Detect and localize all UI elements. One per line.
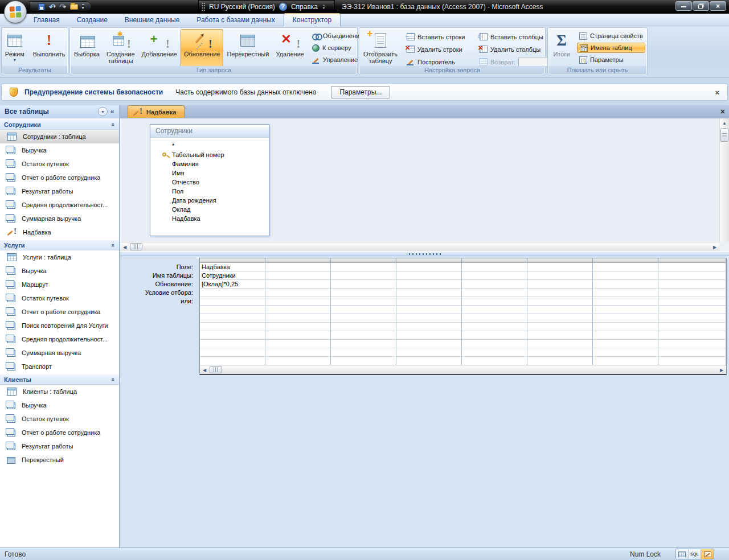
- field-list-item[interactable]: Пол: [150, 187, 269, 196]
- grid-cell[interactable]: [593, 280, 658, 289]
- grid-cell[interactable]: [331, 280, 396, 289]
- ribbon-tab[interactable]: Внешние данные: [116, 14, 189, 26]
- collapse-group-icon[interactable]: «: [110, 377, 117, 381]
- grid-cell[interactable]: [658, 323, 726, 331]
- grid-hscroll-thumb[interactable]: [210, 366, 222, 373]
- grid-cell[interactable]: [200, 323, 265, 331]
- nav-group-header[interactable]: Клиенты«: [0, 374, 119, 385]
- save-icon[interactable]: [38, 3, 45, 10]
- grid-cell[interactable]: [331, 297, 396, 306]
- redo-icon[interactable]: ↷▾: [59, 3, 65, 10]
- grid-cell[interactable]: [396, 280, 462, 289]
- help-label[interactable]: Справка: [291, 3, 318, 11]
- run-button[interactable]: ! Выполнить: [30, 29, 68, 68]
- grid-column-header[interactable]: [331, 258, 396, 263]
- grid-cell[interactable]: [527, 348, 593, 357]
- grid-cell[interactable]: [331, 289, 396, 297]
- collapse-group-icon[interactable]: «: [110, 243, 117, 246]
- grid-cell[interactable]: [527, 331, 593, 340]
- nav-group-header[interactable]: Сотрудники«: [0, 119, 119, 130]
- grid-cell[interactable]: [331, 331, 396, 340]
- grid-cell[interactable]: [593, 323, 658, 331]
- field-list-title[interactable]: Сотрудники: [150, 125, 269, 138]
- grid-cell[interactable]: [527, 280, 593, 289]
- nav-item[interactable]: Отчет о работе сотрудника: [0, 426, 119, 439]
- ribbon-tab[interactable]: Работа с базами данных: [188, 14, 283, 26]
- restore-button[interactable]: [693, 1, 709, 11]
- grid-cell[interactable]: [593, 348, 658, 357]
- grid-cell[interactable]: [200, 357, 265, 365]
- query-diagram-pane[interactable]: Сотрудники *Табельный номерФамилияИмяОтч…: [120, 118, 719, 242]
- grid-cell[interactable]: [527, 323, 593, 331]
- grid-cell[interactable]: [658, 340, 726, 348]
- design-view-button[interactable]: [701, 549, 714, 559]
- nav-item[interactable]: Выручка: [0, 143, 119, 157]
- scroll-up-icon[interactable]: ▲: [720, 118, 729, 127]
- nav-group-header[interactable]: Услуги«: [0, 240, 119, 250]
- grid-cell[interactable]: [396, 297, 462, 306]
- parameters-button[interactable]: [?] Параметры: [577, 55, 645, 65]
- field-list-window[interactable]: Сотрудники *Табельный номерФамилияИмяОтч…: [150, 124, 269, 236]
- grid-cell[interactable]: [527, 357, 593, 365]
- ribbon-tab[interactable]: Создание: [68, 14, 116, 26]
- grid-cell[interactable]: [527, 314, 593, 323]
- grid-cell[interactable]: [593, 314, 658, 323]
- nav-item[interactable]: Средняя продолжительност...: [0, 198, 119, 212]
- grid-cell[interactable]: [396, 289, 462, 297]
- field-list-item[interactable]: Фамилия: [150, 159, 269, 168]
- grid-column-header[interactable]: [200, 258, 265, 263]
- field-list-item[interactable]: *: [150, 141, 269, 150]
- grid-cell[interactable]: [658, 280, 726, 289]
- grid-cell[interactable]: [593, 297, 658, 306]
- grid-column-header[interactable]: [462, 258, 527, 263]
- pane-splitter[interactable]: [120, 251, 729, 256]
- document-tab[interactable]: Надбавка: [128, 105, 185, 118]
- grid-cell[interactable]: [331, 357, 396, 365]
- totals-button[interactable]: Σ Итоги: [548, 29, 575, 68]
- nav-pane-header[interactable]: Все таблицы ▼ «: [0, 105, 119, 118]
- grid-cell[interactable]: [265, 263, 331, 271]
- nav-item[interactable]: Остаток путевок: [0, 157, 119, 171]
- grid-cell[interactable]: [396, 306, 462, 314]
- grid-cell[interactable]: [462, 331, 527, 340]
- diagram-hscrollbar[interactable]: ◀ ▶: [120, 242, 719, 251]
- grid-cell[interactable]: [Оклад]*0,25: [200, 280, 265, 289]
- grid-cell[interactable]: [331, 348, 396, 357]
- builder-button[interactable]: Построитель: [404, 57, 477, 67]
- nav-item[interactable]: Поиск повторений для Услуги: [0, 319, 119, 332]
- delete-query-button[interactable]: ✕! Удаление: [272, 29, 308, 68]
- grid-cell[interactable]: [331, 340, 396, 348]
- langbar-grip-icon[interactable]: [202, 3, 205, 11]
- view-mode-button[interactable]: Режим ▼: [1, 29, 28, 68]
- update-query-button[interactable]: ! Обновление: [181, 29, 224, 68]
- grid-cell[interactable]: [396, 323, 462, 331]
- grid-cell[interactable]: [527, 297, 593, 306]
- nav-item[interactable]: Транспорт: [0, 360, 119, 373]
- grid-cell[interactable]: [462, 306, 527, 314]
- grid-cell[interactable]: Надбавка: [200, 263, 265, 271]
- diagram-vscrollbar[interactable]: ▲ ▼: [719, 118, 729, 251]
- grid-cell[interactable]: [593, 289, 658, 297]
- nav-item[interactable]: Выручка: [0, 398, 119, 412]
- pass-through-button[interactable]: К серверу: [310, 43, 365, 53]
- grid-cell[interactable]: [658, 297, 726, 306]
- grid-hscrollbar[interactable]: ◀ ▶: [200, 365, 726, 374]
- nav-item[interactable]: Отчет о работе сотрудника: [0, 171, 119, 184]
- field-list-item[interactable]: Надбавка: [150, 214, 269, 223]
- datasheet-view-button[interactable]: [676, 549, 689, 559]
- grid-cell[interactable]: [658, 306, 726, 314]
- nav-item[interactable]: Суммарная выручка: [0, 346, 119, 360]
- grid-cell[interactable]: [331, 271, 396, 280]
- grid-cell[interactable]: [396, 314, 462, 323]
- grid-scroll-right-icon[interactable]: ▶: [717, 365, 726, 374]
- grid-cell[interactable]: [527, 340, 593, 348]
- grid-cell[interactable]: [396, 348, 462, 357]
- nav-item[interactable]: Маршрут: [0, 278, 119, 291]
- nav-item[interactable]: Остаток путевок: [0, 291, 119, 305]
- grid-cell[interactable]: [462, 323, 527, 331]
- grid-cell[interactable]: [200, 314, 265, 323]
- grid-cell[interactable]: [331, 306, 396, 314]
- grid-cell[interactable]: [462, 340, 527, 348]
- grid-cell[interactable]: [658, 314, 726, 323]
- grid-cell[interactable]: [200, 340, 265, 348]
